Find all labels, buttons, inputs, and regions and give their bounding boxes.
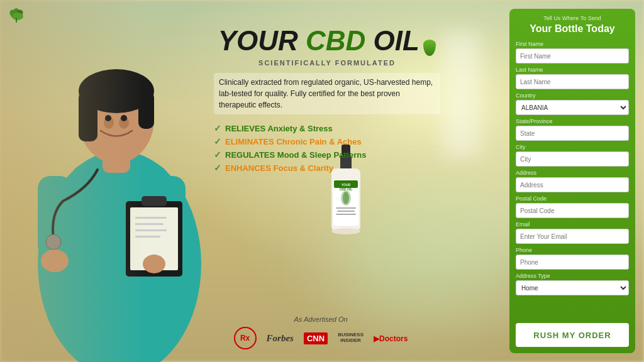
product-description: Clinically extracted from regulated orga… xyxy=(214,73,440,114)
check-icon-3: ✓ xyxy=(214,150,221,160)
title-oil: OIL xyxy=(365,25,419,56)
benefit-label-2: ELIMINATES Chronic Pain & Aches xyxy=(225,137,362,146)
city-input[interactable] xyxy=(516,151,629,167)
benefits-list: ✓ RELIEVES Anxiety & Stress ✓ ELIMINATES… xyxy=(214,123,440,173)
first-name-input[interactable] xyxy=(516,48,629,63)
benefit-label-1: RELIEVES Anxiety & Stress xyxy=(225,124,333,133)
svg-rect-29 xyxy=(0,0,239,362)
country-select[interactable]: ALBANIA UNITED STATES UNITED KINGDOM CAN… xyxy=(516,100,629,115)
last-name-input[interactable] xyxy=(516,74,629,89)
benefit-item-1: ✓ RELIEVES Anxiety & Stress xyxy=(214,123,440,133)
title-cbd: CBD xyxy=(306,25,365,56)
email-label: Email xyxy=(516,221,629,228)
main-content: YOUR CBD OIL SCIENTIFICALLY FORMULATED C… xyxy=(214,25,440,183)
advertised-label: As Advertised On xyxy=(214,315,428,323)
form-header-small: Tell Us Where To Send xyxy=(516,15,629,21)
check-icon-1: ✓ xyxy=(214,123,221,133)
address-type-label: Address Type xyxy=(516,273,629,279)
order-form-panel: Tell Us Where To Send Your Bottle Today … xyxy=(509,9,635,353)
product-subtitle: SCIENTIFICALLY FORMULATED xyxy=(214,59,440,67)
email-input[interactable] xyxy=(516,229,629,244)
svg-point-39 xyxy=(343,192,349,204)
svg-rect-42 xyxy=(336,214,356,215)
check-icon-4: ✓ xyxy=(214,163,221,173)
title-your: YOUR xyxy=(218,25,306,56)
address-input[interactable] xyxy=(516,177,629,192)
phone-group: Phone xyxy=(516,247,629,270)
svg-point-43 xyxy=(331,228,360,234)
first-name-group: First Name xyxy=(516,41,629,63)
first-name-label: First Name xyxy=(516,41,629,47)
logo xyxy=(8,8,25,25)
svg-rect-40 xyxy=(336,207,356,209)
address-type-group: Address Type Home Office Other xyxy=(516,273,629,295)
business-insider-logo: BUSINESS INSIDER xyxy=(338,332,364,344)
nurse-image xyxy=(0,0,239,362)
city-label: City xyxy=(516,144,629,150)
country-group: Country ALBANIA UNITED STATES UNITED KIN… xyxy=(516,92,629,115)
svg-rect-41 xyxy=(337,211,355,212)
city-group: City xyxy=(516,144,629,167)
postal-code-label: Postal Code xyxy=(516,195,629,202)
address-group: Address xyxy=(516,170,629,192)
address-type-select[interactable]: Home Office Other xyxy=(516,280,629,295)
bg-glow-3 xyxy=(443,31,480,157)
postal-code-input[interactable] xyxy=(516,203,629,218)
country-label: Country xyxy=(516,92,629,99)
rx-logo: Rx xyxy=(234,327,257,349)
forbes-logo: Forbes xyxy=(267,333,294,344)
email-group: Email xyxy=(516,221,629,244)
state-group: State/Province xyxy=(516,118,629,141)
form-header-big: Your Bottle Today xyxy=(516,23,629,35)
cannabis-leaf-icon xyxy=(8,8,25,25)
advertised-section: As Advertised On Rx Forbes CNN BUSINESS … xyxy=(214,315,428,349)
doctors-logo: ▶Doctors xyxy=(374,332,408,344)
svg-text:YOUR: YOUR xyxy=(341,183,351,187)
address-label: Address xyxy=(516,170,629,176)
state-input[interactable] xyxy=(516,126,629,141)
state-label: State/Province xyxy=(516,118,629,124)
brand-logos-row: Rx Forbes CNN BUSINESS INSIDER ▶Doctors xyxy=(214,327,428,349)
phone-input[interactable] xyxy=(516,255,629,270)
svg-rect-4 xyxy=(16,18,17,23)
oil-drop-icon xyxy=(423,40,436,56)
benefit-label-4: ENHANCES Focus & Clarity xyxy=(225,163,333,173)
last-name-label: Last Name xyxy=(516,67,629,73)
rx-text: Rx xyxy=(240,334,250,343)
benefit-item-4: ✓ ENHANCES Focus & Clarity xyxy=(214,163,440,173)
page-wrapper: YOUR CBD OIL SCIENTIFICALLY FORMULATED C… xyxy=(0,0,644,362)
phone-label: Phone xyxy=(516,247,629,253)
last-name-group: Last Name xyxy=(516,67,629,89)
svg-point-3 xyxy=(12,13,23,20)
product-title: YOUR CBD OIL xyxy=(214,25,440,57)
cnn-logo: CNN xyxy=(304,332,328,344)
benefit-item-3: ✓ REGULATES Mood & Sleep Patterns xyxy=(214,150,440,160)
benefit-label-3: REGULATES Mood & Sleep Patterns xyxy=(225,150,366,160)
benefit-item-2: ✓ ELIMINATES Chronic Pain & Aches xyxy=(214,136,440,146)
postal-code-group: Postal Code xyxy=(516,195,629,218)
rush-order-button[interactable]: RUSH MY ORDER xyxy=(516,323,629,347)
check-icon-2: ✓ xyxy=(214,136,221,146)
